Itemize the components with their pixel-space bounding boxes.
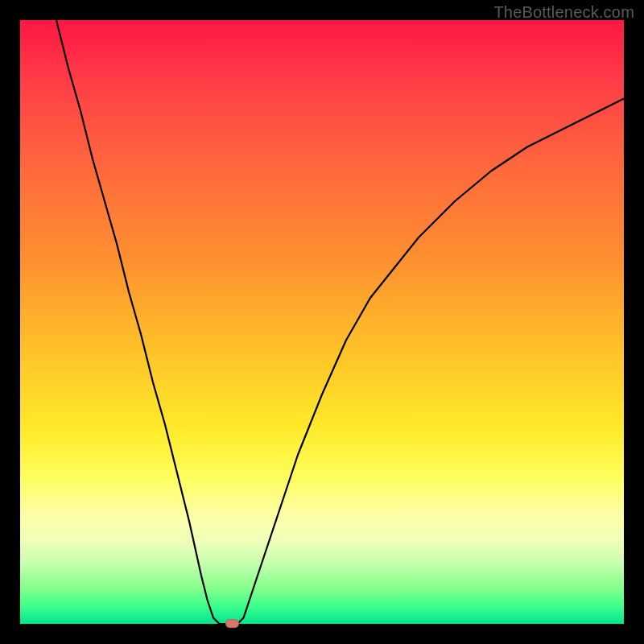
optimal-point-marker [225,619,239,628]
bottleneck-curve [20,20,624,624]
watermark-text: TheBottleneck.com [493,3,634,22]
chart-frame: TheBottleneck.com [0,0,644,644]
